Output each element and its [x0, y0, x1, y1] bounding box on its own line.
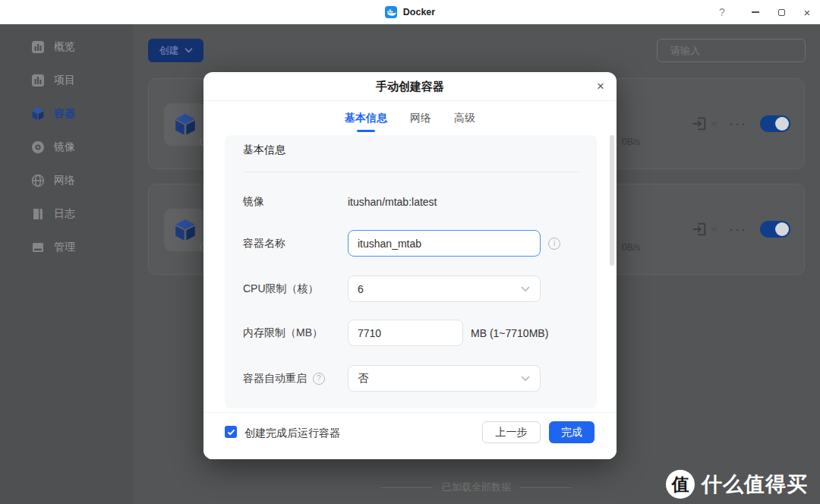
overview-chart-icon: [30, 39, 46, 55]
run-after-create-label[interactable]: 创建完成后运行容器: [244, 427, 340, 440]
search-input[interactable]: [670, 45, 804, 56]
titlebar: Docker ? ×: [0, 0, 820, 24]
app-window: Docker ? × 概览 项目 容器: [0, 0, 820, 504]
help-circle-icon[interactable]: ?: [313, 373, 325, 385]
enter-terminal-icon: [691, 221, 708, 238]
modal-title: 手动创建容器: [203, 72, 617, 101]
sidebar-item-containers[interactable]: 容器: [0, 97, 133, 131]
field-auto-restart: 容器自动重启 ? 否: [243, 365, 579, 392]
project-chart-icon: [30, 73, 46, 88]
create-button-label: 创建: [159, 44, 179, 58]
chevron-down-icon: [184, 48, 193, 53]
previous-step-button[interactable]: 上一步: [482, 421, 541, 443]
container-cube-icon: [172, 217, 198, 243]
terminal-enter-button[interactable]: [691, 115, 718, 132]
sidebar-item-overview[interactable]: 概览: [0, 30, 133, 64]
chevron-down-icon: [521, 376, 530, 382]
search-box[interactable]: [657, 39, 806, 62]
modal-scrollbar[interactable]: [610, 135, 614, 266]
field-label: 容器自动重启 ?: [243, 372, 348, 386]
divider-line: [381, 487, 433, 488]
auto-restart-select[interactable]: 否: [348, 365, 541, 392]
row-actions: ···: [691, 115, 790, 132]
enter-terminal-icon: [691, 115, 708, 132]
sidebar-item-network[interactable]: 网络: [0, 164, 133, 197]
maximize-icon: [778, 9, 785, 16]
sidebar-item-logs[interactable]: 日志: [0, 197, 133, 231]
modal-tabs: 基本信息 网络 高级: [203, 101, 617, 135]
field-label: 容器名称: [243, 237, 348, 250]
container-running-toggle[interactable]: [760, 221, 790, 238]
sidebar-item-label: 概览: [54, 40, 75, 54]
tab-network[interactable]: 网络: [410, 112, 431, 125]
section-divider: [243, 172, 579, 172]
smzdm-site-name: 什么值得买: [702, 471, 808, 498]
modal-footer: 创建完成后运行容器 上一步 完成: [203, 412, 617, 459]
run-after-create-checkbox[interactable]: [225, 426, 237, 438]
toggle-knob: [775, 117, 789, 131]
toggle-knob: [775, 222, 789, 236]
sidebar-item-label: 网络: [54, 174, 75, 187]
auto-restart-value: 否: [358, 372, 368, 386]
done-button[interactable]: 完成: [549, 421, 594, 443]
help-icon[interactable]: ?: [709, 0, 735, 24]
sidebar-item-label: 日志: [54, 207, 75, 221]
chevron-down-icon: [711, 227, 718, 232]
tab-basic-info[interactable]: 基本信息: [345, 112, 387, 125]
container-icon-tile: [164, 209, 207, 251]
create-button[interactable]: 创建: [148, 39, 203, 62]
manage-box-icon: [30, 240, 46, 255]
sidebar-item-images[interactable]: 镜像: [0, 131, 133, 164]
network-speed: 0B/s: [622, 137, 640, 147]
container-running-toggle[interactable]: [760, 115, 790, 132]
app-title: Docker: [403, 7, 435, 17]
field-label: 镜像: [243, 195, 348, 209]
row-actions: ···: [691, 221, 790, 238]
sidebar-item-label: 管理: [54, 241, 75, 254]
checkmark-icon: [227, 429, 235, 436]
image-value: itushan/mtab:latest: [348, 196, 437, 208]
list-end-text: 已加载全部数据: [442, 480, 511, 494]
chevron-down-icon: [521, 286, 530, 292]
memory-limit-input[interactable]: [348, 320, 463, 346]
cpu-limit-select[interactable]: 6: [348, 276, 541, 302]
sidebar-item-label: 镜像: [54, 140, 75, 154]
modal-close-icon[interactable]: ×: [597, 72, 604, 101]
sidebar-item-label: 容器: [54, 107, 75, 121]
modal-header: 手动创建容器 ×: [203, 72, 617, 101]
window-controls: ? ×: [709, 0, 820, 24]
container-name-input[interactable]: [348, 230, 541, 257]
cpu-limit-value: 6: [358, 283, 364, 295]
modal-body-panel: 基本信息 镜像 itushan/mtab:latest 容器名称 i CPU限制…: [225, 135, 597, 408]
image-disc-icon: [30, 140, 46, 155]
more-actions-icon[interactable]: ···: [730, 118, 748, 130]
chevron-down-icon: [711, 121, 718, 126]
field-label: 内存限制（MB）: [243, 326, 348, 340]
create-container-modal: 手动创建容器 × 基本信息 网络 高级 基本信息 镜像 itushan/mtab…: [203, 72, 617, 459]
container-icon-tile: [164, 103, 207, 146]
maximize-button[interactable]: [768, 0, 794, 24]
container-cube-icon: [172, 112, 198, 137]
field-cpu-limit: CPU限制（核） 6: [243, 276, 579, 302]
section-title: 基本信息: [243, 143, 285, 157]
tab-advanced[interactable]: 高级: [454, 112, 475, 125]
sidebar-item-projects[interactable]: 项目: [0, 64, 133, 97]
container-cube-icon: [30, 106, 46, 121]
window-close-button[interactable]: ×: [794, 0, 820, 24]
sidebar: 概览 项目 容器 镜像 网络: [0, 24, 133, 504]
field-label: CPU限制（核）: [243, 282, 348, 296]
docker-logo-icon: [385, 6, 397, 18]
smzdm-watermark: 值 什么值得买: [666, 470, 808, 499]
network-speed: 0B/s: [622, 242, 640, 253]
field-container-name: 容器名称 i: [243, 230, 579, 257]
minimize-button[interactable]: [743, 0, 768, 24]
smzdm-logo-icon: 值: [666, 470, 695, 499]
more-actions-icon[interactable]: ···: [730, 224, 748, 235]
memory-range-hint: MB (1~7710MB): [471, 327, 548, 339]
info-icon[interactable]: i: [548, 238, 560, 250]
sidebar-item-label: 项目: [54, 74, 75, 87]
field-memory-limit: 内存限制（MB） MB (1~7710MB): [243, 320, 579, 346]
network-globe-icon: [30, 173, 46, 188]
sidebar-item-manage[interactable]: 管理: [0, 231, 133, 264]
terminal-enter-button[interactable]: [691, 221, 718, 238]
